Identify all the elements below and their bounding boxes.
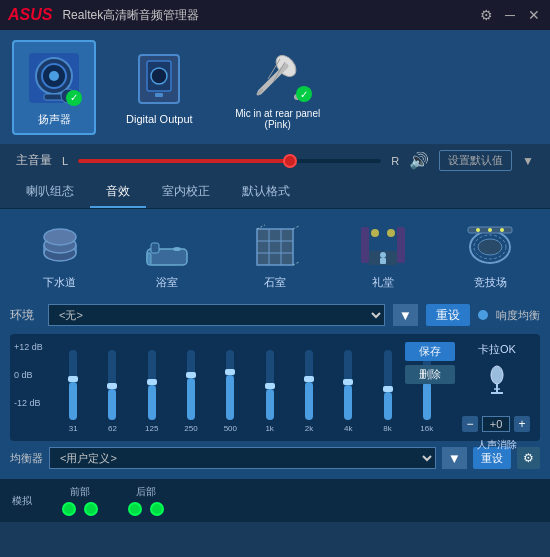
front-mode-group: 前部 <box>62 485 98 516</box>
environment-row: 环境 <无> ▼ 重设 响度均衡 <box>10 304 540 326</box>
eq-sliders-container <box>56 342 444 422</box>
svg-rect-34 <box>397 227 405 263</box>
eq-slider-6[interactable] <box>292 350 326 420</box>
window-controls: ⚙ ─ ✕ <box>478 7 542 23</box>
karaoke-plus-button[interactable]: + <box>514 416 530 432</box>
stone-label: 石室 <box>264 275 286 290</box>
rear-dot-right[interactable] <box>150 502 164 516</box>
speaker-device[interactable]: ♪ ✓ 扬声器 <box>12 40 96 135</box>
front-label: 前部 <box>70 485 90 499</box>
rear-mode-group: 后部 <box>128 485 164 516</box>
effect-bathroom[interactable]: 浴室 <box>118 219 218 294</box>
digital-output-label: Digital Output <box>126 113 193 125</box>
app-title: Realtek高清晰音频管理器 <box>62 7 478 24</box>
speaker-active-badge: ✓ <box>66 90 82 106</box>
effect-hall[interactable]: 礼堂 <box>333 219 433 294</box>
tab-default-format[interactable]: 默认格式 <box>226 177 306 208</box>
volume-slider[interactable] <box>78 151 381 171</box>
close-button[interactable]: ✕ <box>526 7 542 23</box>
rear-dot-left[interactable] <box>128 502 142 516</box>
title-bar: ASUS Realtek高清晰音频管理器 ⚙ ─ ✕ <box>0 0 550 30</box>
balance-radio[interactable] <box>478 310 488 320</box>
karaoke-icon <box>462 363 532 406</box>
digital-output-icon <box>129 49 189 109</box>
mode-row: 模拟 前部 后部 <box>0 479 550 522</box>
tab-room-correction[interactable]: 室内校正 <box>146 177 226 208</box>
default-dropdown-arrow[interactable]: ▼ <box>522 154 534 168</box>
minimize-button[interactable]: ─ <box>502 7 518 23</box>
preset-select[interactable]: <用户定义> <box>49 447 436 469</box>
svg-rect-25 <box>257 229 293 265</box>
effect-sewer[interactable]: 下水道 <box>10 219 110 294</box>
env-dropdown-arrow[interactable]: ▼ <box>393 304 418 326</box>
effect-arena[interactable]: 竞技场 <box>440 219 540 294</box>
freq-4k: 4k <box>331 424 365 433</box>
delete-button[interactable]: 删除 <box>405 365 455 384</box>
eq-slider-5[interactable] <box>252 350 286 420</box>
svg-rect-10 <box>155 93 163 97</box>
eq-slider-8[interactable] <box>370 350 404 420</box>
svg-line-31 <box>293 225 299 229</box>
mic-label: Mic in at rear panel (Pink) <box>233 108 323 130</box>
env-reset-button[interactable]: 重设 <box>426 304 470 326</box>
speaker-icon: ♪ ✓ <box>24 48 84 108</box>
preset-label: 均衡器 <box>10 451 43 466</box>
eq-slider-1[interactable] <box>95 350 129 420</box>
bathroom-label: 浴室 <box>156 275 178 290</box>
volume-track <box>78 159 381 163</box>
svg-point-36 <box>371 229 379 237</box>
karaoke-value: +0 <box>482 416 510 432</box>
rear-label: 后部 <box>136 485 156 499</box>
svg-point-45 <box>488 228 492 232</box>
device-area: ♪ ✓ 扬声器 Digital Output <box>0 30 550 144</box>
freq-250: 250 <box>174 424 208 433</box>
balance-label: 响度均衡 <box>496 308 540 323</box>
front-dots <box>62 502 98 516</box>
volume-area: 主音量 L R 🔊 设置默认值 ▼ <box>0 144 550 177</box>
svg-point-9 <box>151 68 167 84</box>
freq-500: 500 <box>213 424 247 433</box>
eq-slider-0[interactable] <box>56 350 90 420</box>
volume-icon: 🔊 <box>409 151 429 170</box>
karaoke-panel: 卡拉OK − +0 + 人声消除 <box>462 342 532 452</box>
tab-sound-effects[interactable]: 音效 <box>90 177 146 208</box>
digital-output-device[interactable]: Digital Output <box>116 43 203 131</box>
sewer-icon <box>36 223 84 271</box>
preset-row: 均衡器 <用户定义> ▼ 重设 ⚙ <box>10 447 540 469</box>
freq-2k: 2k <box>292 424 326 433</box>
eq-slider-2[interactable] <box>135 350 169 420</box>
settings-icon[interactable]: ⚙ <box>478 7 494 23</box>
environment-select[interactable]: <无> <box>48 304 385 326</box>
eq-slider-4[interactable] <box>213 350 247 420</box>
volume-right-label: R <box>391 155 399 167</box>
eq-slider-3[interactable] <box>174 350 208 420</box>
rear-dots <box>128 502 164 516</box>
mic-icon: ✓ <box>248 44 308 104</box>
svg-point-37 <box>387 229 395 237</box>
set-default-button[interactable]: 设置默认值 <box>439 150 512 171</box>
svg-point-38 <box>380 252 386 258</box>
mic-device[interactable]: ✓ Mic in at rear panel (Pink) <box>223 38 333 136</box>
eq-db-mid: 0 dB <box>14 370 43 380</box>
save-button[interactable]: 保存 <box>405 342 455 361</box>
front-dot-right[interactable] <box>84 502 98 516</box>
effect-stone[interactable]: 石室 <box>225 219 325 294</box>
svg-point-3 <box>49 71 59 81</box>
eq-slider-7[interactable] <box>331 350 365 420</box>
freq-16k: 16k <box>410 424 444 433</box>
stone-icon <box>251 223 299 271</box>
volume-thumb[interactable] <box>283 154 297 168</box>
sewer-label: 下水道 <box>43 275 76 290</box>
svg-line-32 <box>293 261 299 265</box>
mic-active-badge: ✓ <box>296 86 312 102</box>
volume-fill <box>78 159 290 163</box>
svg-rect-39 <box>380 258 386 264</box>
eq-db-labels: +12 dB 0 dB -12 dB <box>14 342 43 408</box>
tab-speaker-config[interactable]: 喇叭组态 <box>10 177 90 208</box>
env-label: 环境 <box>10 307 40 324</box>
front-dot-left[interactable] <box>62 502 76 516</box>
karaoke-minus-button[interactable]: − <box>462 416 478 432</box>
app-logo: ASUS <box>8 6 52 24</box>
eq-area: +12 dB 0 dB -12 dB <box>10 334 540 441</box>
freq-62: 62 <box>95 424 129 433</box>
